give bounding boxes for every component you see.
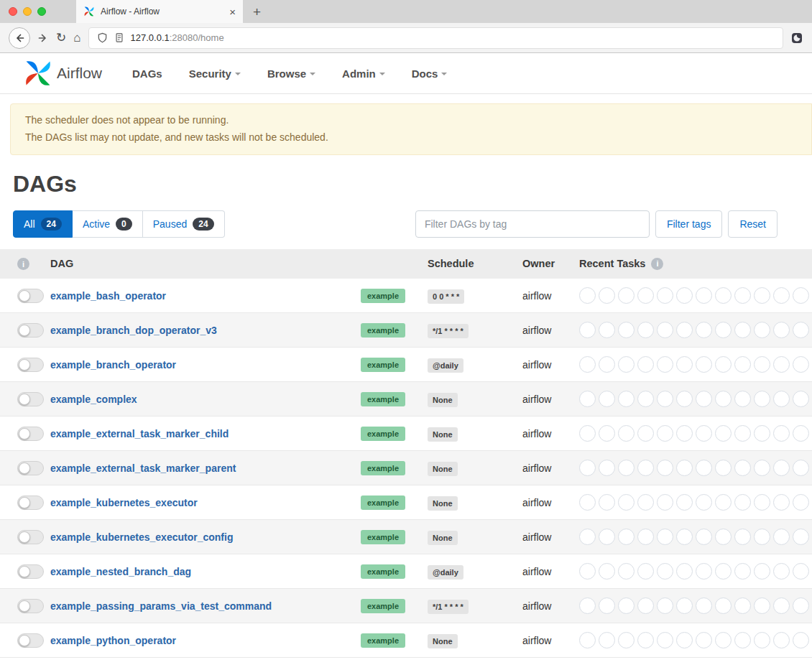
task-state-circle[interactable] bbox=[715, 563, 732, 580]
task-state-circle[interactable] bbox=[715, 287, 732, 304]
task-state-circle[interactable] bbox=[754, 632, 770, 648]
task-state-circle[interactable] bbox=[618, 356, 635, 373]
task-state-circle[interactable] bbox=[754, 529, 770, 545]
task-state-circle[interactable] bbox=[618, 322, 635, 338]
task-state-circle[interactable] bbox=[754, 322, 770, 338]
task-state-circle[interactable] bbox=[754, 563, 770, 580]
dag-pause-toggle[interactable] bbox=[17, 392, 44, 406]
task-state-circle[interactable] bbox=[715, 460, 732, 476]
task-state-circle[interactable] bbox=[637, 322, 654, 338]
task-state-circle[interactable] bbox=[579, 563, 596, 580]
menu-item-admin[interactable]: Admin bbox=[342, 68, 385, 80]
task-state-circle[interactable] bbox=[657, 494, 673, 511]
task-state-circle[interactable] bbox=[696, 632, 712, 648]
task-state-circle[interactable] bbox=[734, 391, 751, 407]
task-state-circle[interactable] bbox=[657, 322, 673, 338]
task-state-circle[interactable] bbox=[618, 563, 635, 580]
dag-pause-toggle[interactable] bbox=[17, 427, 44, 441]
task-state-circle[interactable] bbox=[618, 391, 635, 407]
task-state-circle[interactable] bbox=[734, 287, 751, 304]
task-state-circle[interactable] bbox=[696, 529, 712, 545]
task-state-circle[interactable] bbox=[773, 425, 790, 442]
task-state-circle[interactable] bbox=[793, 632, 809, 648]
task-state-circle[interactable] bbox=[734, 356, 751, 373]
task-state-circle[interactable] bbox=[657, 287, 673, 304]
task-state-circle[interactable] bbox=[754, 425, 770, 442]
task-state-circle[interactable] bbox=[637, 494, 654, 511]
task-state-circle[interactable] bbox=[793, 425, 809, 442]
dag-pause-toggle[interactable] bbox=[17, 289, 44, 303]
task-state-circle[interactable] bbox=[696, 287, 712, 304]
task-state-circle[interactable] bbox=[657, 356, 673, 373]
task-state-circle[interactable] bbox=[696, 322, 712, 338]
task-state-circle[interactable] bbox=[696, 460, 712, 476]
task-state-circle[interactable] bbox=[773, 287, 790, 304]
url-bar[interactable]: 127.0.0.1:28080/home bbox=[88, 27, 783, 49]
task-state-circle[interactable] bbox=[793, 597, 809, 614]
shield-icon[interactable] bbox=[97, 32, 108, 43]
task-state-circle[interactable] bbox=[637, 597, 654, 614]
new-tab-button[interactable]: + bbox=[253, 5, 261, 19]
reset-button[interactable]: Reset bbox=[728, 210, 778, 238]
info-icon[interactable]: i bbox=[17, 258, 29, 270]
task-state-circle[interactable] bbox=[599, 494, 615, 511]
window-close-button[interactable] bbox=[9, 7, 17, 16]
task-state-circle[interactable] bbox=[637, 632, 654, 648]
task-state-circle[interactable] bbox=[696, 356, 712, 373]
tab-active[interactable]: Active 0 bbox=[73, 210, 143, 238]
task-state-circle[interactable] bbox=[599, 632, 615, 648]
task-state-circle[interactable] bbox=[696, 563, 712, 580]
task-state-circle[interactable] bbox=[676, 632, 693, 648]
dag-pause-toggle[interactable] bbox=[17, 495, 44, 510]
task-state-circle[interactable] bbox=[599, 287, 615, 304]
task-state-circle[interactable] bbox=[773, 322, 790, 338]
task-state-circle[interactable] bbox=[754, 391, 770, 407]
dag-link[interactable]: example_bash_operator bbox=[50, 290, 166, 302]
dag-tag-badge[interactable]: example bbox=[361, 633, 405, 648]
task-state-circle[interactable] bbox=[696, 597, 712, 614]
task-state-circle[interactable] bbox=[618, 287, 635, 304]
dag-link[interactable]: example_external_task_marker_child bbox=[50, 428, 229, 439]
task-state-circle[interactable] bbox=[676, 597, 693, 614]
task-state-circle[interactable] bbox=[676, 356, 693, 373]
task-state-circle[interactable] bbox=[599, 322, 615, 338]
task-state-circle[interactable] bbox=[579, 597, 596, 614]
dag-link[interactable]: example_python_operator bbox=[50, 635, 176, 646]
dag-tag-badge[interactable]: example bbox=[361, 461, 405, 475]
task-state-circle[interactable] bbox=[734, 322, 751, 338]
task-state-circle[interactable] bbox=[618, 632, 635, 648]
task-state-circle[interactable] bbox=[734, 632, 751, 648]
task-state-circle[interactable] bbox=[676, 563, 693, 580]
forward-button[interactable] bbox=[37, 32, 49, 44]
task-state-circle[interactable] bbox=[754, 597, 770, 614]
dag-tag-badge[interactable]: example bbox=[361, 427, 405, 441]
menu-item-dags[interactable]: DAGs bbox=[132, 68, 162, 80]
tab-paused[interactable]: Paused 24 bbox=[143, 210, 225, 238]
task-state-circle[interactable] bbox=[773, 391, 790, 407]
task-state-circle[interactable] bbox=[676, 529, 693, 545]
task-state-circle[interactable] bbox=[657, 563, 673, 580]
page-info-icon[interactable] bbox=[114, 32, 124, 43]
task-state-circle[interactable] bbox=[715, 632, 732, 648]
task-state-circle[interactable] bbox=[773, 597, 790, 614]
dag-pause-toggle[interactable] bbox=[17, 358, 44, 372]
task-state-circle[interactable] bbox=[657, 597, 673, 614]
task-state-circle[interactable] bbox=[793, 460, 809, 476]
task-state-circle[interactable] bbox=[734, 425, 751, 442]
task-state-circle[interactable] bbox=[715, 322, 732, 338]
tab-close-icon[interactable]: × bbox=[229, 6, 236, 17]
dag-pause-toggle[interactable] bbox=[17, 564, 44, 579]
tab-all[interactable]: All 24 bbox=[13, 210, 73, 238]
dag-link[interactable]: example_kubernetes_executor bbox=[50, 497, 198, 508]
dag-link[interactable]: example_passing_params_via_test_command bbox=[50, 600, 272, 612]
task-state-circle[interactable] bbox=[696, 391, 712, 407]
task-state-circle[interactable] bbox=[793, 529, 809, 545]
task-state-circle[interactable] bbox=[637, 356, 654, 373]
task-state-circle[interactable] bbox=[715, 597, 732, 614]
dag-tag-badge[interactable]: example bbox=[361, 323, 405, 338]
task-state-circle[interactable] bbox=[793, 391, 809, 407]
task-state-circle[interactable] bbox=[657, 460, 673, 476]
task-state-circle[interactable] bbox=[637, 529, 654, 545]
task-state-circle[interactable] bbox=[618, 529, 635, 545]
task-state-circle[interactable] bbox=[676, 425, 693, 442]
